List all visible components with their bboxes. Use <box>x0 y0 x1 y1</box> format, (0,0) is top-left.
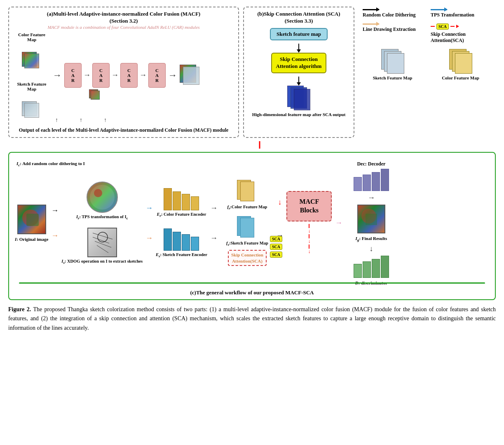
is-image <box>87 228 117 257</box>
col-decoder-output: Dec: Decoder → Ig: <box>345 161 398 285</box>
es-label: Es: Sketch Feature Encoder <box>156 252 207 258</box>
fs-label: fs:Sketch Feature Map <box>226 241 268 247</box>
ic-top-label: Ic: Add random color dithering to I <box>16 161 85 167</box>
fs-fmap <box>237 216 258 239</box>
sca-label-wf: Skip ConnectionAttention(SCA) <box>231 252 263 264</box>
col-fmaps-sca: fr:Color Feature Map fs:Sketch Feature M… <box>220 180 274 266</box>
macf-arrows: ↓ → <box>276 198 284 240</box>
col-macf-block: MACF Blocks ↓ ↓ ↓ <box>286 191 333 255</box>
workflow-caption: (c)The general workflow of our proposed … <box>15 289 489 296</box>
es-encoder <box>164 228 199 251</box>
sca-tag-3: SCA <box>270 252 282 258</box>
color-feature-label: Color Feature Map <box>13 32 50 42</box>
ig-label: Ig: Final Results <box>356 236 387 242</box>
ig-to-d-arrow: ↓ <box>369 245 373 253</box>
legend-panel: Random Color Dithering TPS Transformatio… <box>359 7 496 138</box>
line-drawing-label: Line Drawing Extraction <box>363 26 422 33</box>
macf-blocks: MACF Blocks <box>286 191 332 221</box>
i-label: I: Original image <box>15 237 48 242</box>
svg-line-4 <box>97 245 108 253</box>
sca-tag-legend: SCA <box>436 23 449 30</box>
panel-a: (a)Multi-level Adaptive-instance-normali… <box>8 7 239 138</box>
er-encoder <box>164 188 199 210</box>
car-block-1: CAR <box>64 63 82 88</box>
sketch-fm-legend-img <box>381 49 404 74</box>
original-image-thumb <box>17 205 46 234</box>
panel-a-subtitle: MACF module is a combination of four Con… <box>13 25 234 30</box>
macf-arrow-2: → <box>168 70 177 81</box>
color-fm-legend-img <box>449 49 472 74</box>
dec-arrow: → <box>368 193 375 202</box>
panel-b: (b)Skip Connection Attention (SCA) (Sect… <box>243 7 354 138</box>
ic-image <box>87 182 118 213</box>
decoder-block: Dec: Decoder <box>354 161 389 191</box>
green-bottom-arrow <box>19 282 485 284</box>
col-encoders: Er: Color Feature Encoder Es: Sketch Fea… <box>156 188 207 258</box>
panel-b-title: (b)Skip Connection Attention (SCA) (Sect… <box>248 11 349 25</box>
fr-fmap <box>237 180 258 203</box>
macf-arrow-1: → <box>53 70 62 81</box>
down-arrow-1 <box>297 44 301 53</box>
tps-label: TPS Transformation <box>431 12 490 19</box>
hdim-feature-img <box>287 86 310 110</box>
sketch-feature-label: Sketch Feature Map <box>13 82 50 91</box>
col-original: I: Original image <box>15 205 48 242</box>
ig-image <box>357 205 385 233</box>
random-color-label: Random Color Dithering <box>363 12 422 19</box>
sca-tag-2: SCA <box>270 244 282 250</box>
car-block-3: CAR <box>120 63 138 88</box>
is-label-wf: Is: XDOG operation on I to extract sketc… <box>61 259 143 265</box>
sca-box-wf: Skip ConnectionAttention(SCA) <box>228 250 267 266</box>
red-down-connector <box>256 141 264 149</box>
fr-label: fr:Color Feature Map <box>227 205 267 210</box>
orig-arrows: → → <box>50 206 60 240</box>
figure-caption: Figure 2. The proposed Thangka sketch co… <box>8 305 496 333</box>
car-block-4: CAR <box>148 63 166 88</box>
figure-caption-text: The proposed Thangka sketch colorization… <box>8 306 496 331</box>
car-block-2: CAR <box>92 63 110 88</box>
dec-label: Dec: Decoder <box>357 161 385 167</box>
macf-to-dec-arrow: → <box>335 219 343 227</box>
figure-label: Figure 2. <box>8 306 31 312</box>
macf-output-text: Output of each level of the Multi-level … <box>13 127 234 134</box>
enc-arrows: → → <box>144 204 154 242</box>
ir-label-wf: Ir: TPS transformation of Ic <box>76 214 128 220</box>
macf-output-img <box>180 65 201 86</box>
panel-a-title: (a)Multi-level Adaptive-instance-normali… <box>13 11 234 25</box>
dec-purple-layers <box>354 169 389 191</box>
sketch-feature-box: Sketch feature map <box>270 28 328 40</box>
hdim-text: High-dimensional feature map after SCA o… <box>252 112 346 117</box>
er-label: Er: Color Feature Encoder <box>157 212 206 218</box>
down-arrow-2 <box>297 77 301 86</box>
sketch-fm-legend-label: Sketch Feature Map <box>373 75 413 80</box>
fmap-arrows: → → <box>209 204 219 242</box>
sca-algorithm-box: Skip Connection Attention algorithm <box>271 53 327 73</box>
bottom-diagram: I: Original image → → Ir: <box>8 152 496 300</box>
sca-legend-label: Skip Connection Attention(SCA) <box>431 31 490 44</box>
macf-dashed-arrows: ↓ ↓ ↓ <box>308 224 310 255</box>
color-fm-legend-label: Color Feature Map <box>442 75 479 80</box>
car-blocks: CAR → CAR → CAR → <box>64 63 166 88</box>
discriminator-block <box>354 256 389 278</box>
col-ic-is: Ir: TPS transformation of Ic <box>61 182 143 265</box>
